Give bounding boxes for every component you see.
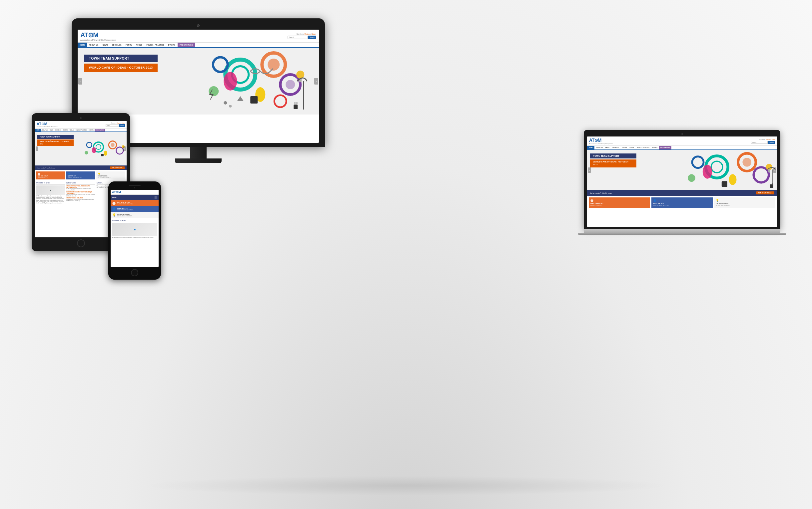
nav-policy[interactable]: POLICY / PRACTICE bbox=[144, 43, 166, 47]
tablet-nav-programmes[interactable]: PROGRAMMES bbox=[95, 129, 105, 132]
laptop-hero-next[interactable]: › bbox=[773, 167, 776, 173]
phone-menu-label: MENU bbox=[112, 196, 117, 198]
nav-home[interactable]: HOME bbox=[77, 43, 87, 47]
tablet-home-btn[interactable] bbox=[77, 239, 85, 247]
svg-point-8 bbox=[213, 57, 228, 72]
tablet-nav-policy[interactable]: POLICY / PRACTICE bbox=[75, 129, 88, 132]
nav-news[interactable]: NEWS bbox=[101, 43, 110, 47]
svg-point-4 bbox=[224, 72, 237, 91]
tablet-news-item-1: CROSS-BOUNDARY BID - WIRESIDE, 27TH SEPT… bbox=[66, 185, 95, 191]
monitor-logo: AT⊙M bbox=[80, 31, 116, 39]
laptop-nav-about[interactable]: ABOUT US bbox=[594, 146, 604, 149]
phone-camera bbox=[134, 187, 135, 189]
tablet-nav-about[interactable]: ABOUT US bbox=[41, 129, 49, 132]
tablet-nav-home[interactable]: HOME bbox=[35, 129, 41, 132]
phone-why-sub: FIND OUT MORE ABOUT US... bbox=[117, 203, 133, 205]
tablet-what: 👤 WHAT WE DO? FIND OUT MORE ABOUT US... bbox=[66, 171, 95, 179]
monitor-search-btn[interactable]: Search bbox=[308, 36, 316, 39]
laptop-site-header: AT⊙M Association of Town & City Manageme… bbox=[587, 136, 777, 146]
laptop-feature-what: 👤 WHAT WE DO? FIND OUT MORE ABOUT US... bbox=[651, 197, 713, 208]
nav-ceo-blog[interactable]: CEO BLOG bbox=[110, 43, 124, 47]
laptop-nav-policy[interactable]: POLICY / PRACTICE bbox=[635, 146, 651, 149]
tablet-news-headline-1: CROSS-BOUNDARY BID - WIRESIDE, 27TH SEPT… bbox=[66, 185, 95, 188]
laptop-join-btn[interactable]: JOIN ATCM TODAY › bbox=[756, 192, 774, 195]
laptop-feature-why: ⬤ WHY JOIN ATCM? MEMBER BENEFITS... bbox=[589, 197, 650, 208]
phone-menu-icon[interactable]: ☰ bbox=[154, 196, 157, 199]
tablet-member-text: Not a member? Join Us today. bbox=[37, 167, 55, 169]
laptop-what-icon: 👤 bbox=[653, 199, 711, 202]
tablet-hero-title: TOWN TEAM SUPPORT bbox=[37, 135, 74, 139]
login-link[interactable]: Login bbox=[312, 33, 316, 35]
svg-point-26 bbox=[729, 174, 737, 185]
tablet-why-sub: MEMBER BENEFITS... bbox=[38, 177, 64, 178]
svg-rect-18 bbox=[294, 105, 298, 109]
tablet-news-body-2: Welcome to hold World Conference on the … bbox=[66, 194, 95, 197]
monitor-hero-sub: WORLD CAFÉ OF IDEAS - OCTOBER 2013 bbox=[84, 64, 158, 72]
monitor-nav: HOME ABOUT US NEWS CEO BLOG FORUM TOOLS … bbox=[77, 43, 319, 48]
laptop-camera bbox=[681, 133, 683, 135]
tablet-welcome-body: ATCM is a dynamic member-led membership … bbox=[36, 195, 65, 204]
tablet-search-btn[interactable]: Search bbox=[119, 124, 125, 127]
laptop-crowd-icon: 💡 bbox=[716, 199, 774, 202]
tablet-what-icon: 👤 bbox=[68, 173, 94, 175]
laptop-hero-sub: WORLD CAFÉ OF IDEAS - OCTOBER 2013 bbox=[590, 160, 636, 167]
laptop-search-input[interactable] bbox=[751, 141, 768, 144]
nav-forum[interactable]: FORUM bbox=[124, 43, 134, 47]
monitor-hero-next[interactable]: › bbox=[314, 78, 318, 84]
tablet-nav-events[interactable]: EVENTS bbox=[88, 129, 95, 132]
tablet-nav-ceo[interactable]: CEO BLOG bbox=[54, 129, 62, 132]
nav-events[interactable]: EVENTS bbox=[166, 43, 178, 47]
laptop-nav-news[interactable]: NEWS bbox=[604, 146, 611, 149]
laptop-hero-prev[interactable]: ‹ bbox=[588, 167, 591, 173]
laptop-nav-programmes[interactable]: PROGRAMMES bbox=[659, 146, 672, 149]
tablet-why-icon: ⬤ bbox=[38, 173, 64, 175]
tablet-nav-news[interactable]: NEWS bbox=[49, 129, 54, 132]
tablet-news-item-3: CROWDFUNDING AND ATCM Congratulations to… bbox=[66, 197, 95, 201]
tablet-member-bar: Not a member? Join Us today. JOIN ATCM T… bbox=[35, 165, 127, 170]
svg-point-44 bbox=[86, 142, 92, 147]
laptop-feature-crowd: 💡 CROWDFUNDING DO YOU NEED FUNDING?... bbox=[714, 197, 775, 208]
tablet-hero-next[interactable]: › bbox=[123, 146, 126, 151]
svg-point-3 bbox=[268, 59, 280, 71]
tablet-nav-tools[interactable]: TOOLS bbox=[69, 129, 75, 132]
tablet-nav: HOME ABOUT US NEWS CEO BLOG FORUM TOOLS … bbox=[35, 129, 127, 132]
laptop-nav-events[interactable]: EVENTS bbox=[651, 146, 659, 149]
nav-tools[interactable]: TOOLS bbox=[134, 43, 145, 47]
phone-logo: AT⊙M bbox=[112, 191, 121, 194]
tablet-hero: TOWN TEAM SUPPORT WORLD CAFÉ OF IDEAS - … bbox=[35, 132, 127, 165]
tablet-news-body-3: Congratulations to ATCM members in Crowd… bbox=[66, 199, 95, 201]
tablet-why: ⬤ WHY JOIN ATCM? MEMBER BENEFITS... bbox=[36, 171, 65, 179]
laptop-gears bbox=[663, 150, 777, 190]
monitor-gears-svg bbox=[162, 48, 319, 114]
nav-programmes[interactable]: PROGRAMMES bbox=[178, 43, 195, 47]
tablet-search-input[interactable] bbox=[105, 124, 119, 127]
laptop-what-title: WHAT WE DO? bbox=[653, 203, 711, 204]
laptop-nav-home[interactable]: HOME bbox=[587, 146, 594, 149]
phone-welcome-section: WELCOME TO ATCM 👥 ATCM is a dynamic memb… bbox=[111, 218, 159, 239]
laptop-logo-sub: Association of Town & City Management bbox=[589, 143, 613, 144]
laptop-search-btn[interactable]: Search bbox=[768, 141, 775, 144]
tablet-welcome-title: WELCOME TO ATCM bbox=[36, 182, 65, 185]
tablet-join-btn[interactable]: JOIN ATCM TODAY › bbox=[110, 166, 125, 169]
laptop-nav-forum[interactable]: FORUM bbox=[620, 146, 628, 149]
laptop-members: Members: Register / Login bbox=[759, 138, 775, 140]
tablet-hero-prev[interactable]: ‹ bbox=[36, 146, 38, 151]
tablet-news-headline-2: BUILDING IMPROVEMENT DISTRICTS (BID) IN … bbox=[66, 192, 95, 194]
laptop-nav-ceo[interactable]: CEO BLOG bbox=[611, 146, 620, 149]
phone-site-header: AT⊙M bbox=[111, 190, 159, 195]
laptop-nav: HOME ABOUT US NEWS CEO BLOG FORUM TOOLS … bbox=[587, 146, 777, 150]
svg-point-31 bbox=[688, 174, 695, 182]
monitor-hero-prev[interactable]: ‹ bbox=[78, 78, 82, 84]
phone-camera-row bbox=[111, 187, 159, 189]
svg-point-7 bbox=[286, 80, 295, 89]
phone-why-icon: ⬤ bbox=[112, 201, 116, 205]
monitor-search-input[interactable] bbox=[287, 36, 308, 39]
phone-home-btn[interactable] bbox=[131, 269, 138, 276]
nav-about[interactable]: ABOUT US bbox=[87, 43, 101, 47]
laptop: AT⊙M Association of Town & City Manageme… bbox=[584, 130, 780, 235]
register-link[interactable]: Register bbox=[305, 33, 311, 35]
tablet-hero-sub: WORLD CAFÉ OF IDEAS - OCTOBER 2013 bbox=[37, 139, 74, 146]
laptop-nav-tools[interactable]: TOOLS bbox=[628, 146, 635, 149]
svg-rect-34 bbox=[770, 184, 773, 188]
tablet-nav-forum[interactable]: FORUM bbox=[62, 129, 69, 132]
